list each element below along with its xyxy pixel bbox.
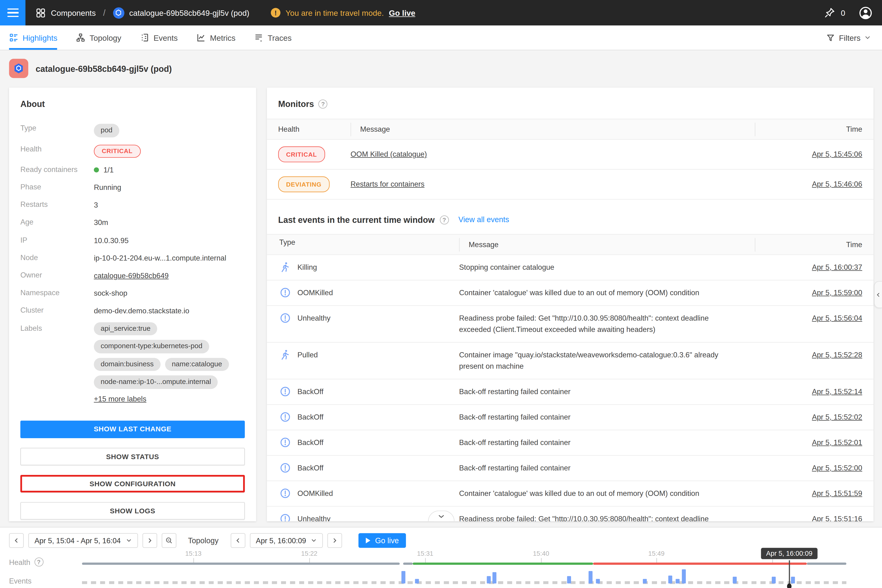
event-histogram-bar <box>676 579 680 584</box>
event-time-link[interactable]: Apr 5, 15:52:28 <box>812 350 862 361</box>
event-histogram-bar <box>643 579 647 584</box>
col-header-message: Message <box>351 123 755 136</box>
col-header-time: Time <box>755 238 862 251</box>
main-card: Monitors Health Message Time CRITICAL OO… <box>267 88 873 521</box>
breadcrumb-section[interactable]: Components <box>51 8 96 17</box>
tab-label: Traces <box>268 33 291 42</box>
owner-link[interactable]: catalogue-69b58cb649 <box>94 272 168 280</box>
tab-label: Events <box>154 33 178 42</box>
event-row: Unhealthy Readiness probe failed: Get "h… <box>267 507 873 521</box>
tab-traces[interactable]: Traces <box>254 26 292 50</box>
help-icon[interactable] <box>440 215 449 224</box>
health-segment-healthy <box>413 562 593 565</box>
event-time-link[interactable]: Apr 5, 15:52:00 <box>812 462 862 474</box>
alert-icon <box>279 488 291 499</box>
show-last-change-button[interactable]: SHOW LAST CHANGE <box>20 420 245 438</box>
alert-icon <box>279 386 291 398</box>
go-live-link[interactable]: Go live <box>389 8 416 17</box>
breadcrumb-separator: / <box>103 8 105 18</box>
event-histogram-bar <box>487 576 491 584</box>
event-row: Killing Stopping container catalogue Apr… <box>267 255 873 280</box>
event-row: Pulled Container image "quay.io/stacksta… <box>267 342 873 379</box>
field-labels: Labels api_service:true component-type:k… <box>20 322 245 404</box>
time-marker-tooltip: Apr 5, 16:00:09 <box>761 548 818 559</box>
col-header-message: Message <box>459 238 755 251</box>
events-list-icon <box>140 33 150 42</box>
time-marker-line[interactable] <box>789 560 790 586</box>
pod-entity-icon <box>113 7 124 18</box>
filters-button[interactable]: Filters <box>826 26 871 50</box>
col-header-time: Time <box>755 123 862 136</box>
screen: Components / catalogue-69b58cb649-gjl5v … <box>0 0 882 588</box>
components-grid-icon <box>36 8 46 18</box>
more-labels-link[interactable]: +15 more labels <box>94 394 146 404</box>
top-bar: Components / catalogue-69b58cb649-gjl5v … <box>0 0 882 26</box>
event-time-link[interactable]: Apr 5, 15:51:16 <box>812 513 862 521</box>
label-pill: name:catalogue <box>165 358 229 371</box>
collapse-panel-handle[interactable] <box>874 281 882 308</box>
event-time-link[interactable]: Apr 5, 15:59:00 <box>812 287 862 298</box>
user-avatar[interactable] <box>858 5 873 20</box>
chevron-down-icon <box>865 34 871 40</box>
label-pill: domain:business <box>94 358 160 371</box>
timeline-plot[interactable]: Apr 5, 16:00:09 15:1315:2215:3115:4015:4… <box>0 528 882 588</box>
monitor-link[interactable]: OOM Killed (catalogue) <box>351 150 427 158</box>
timeline-tick-label: 15:13 <box>185 550 201 557</box>
tab-label: Highlights <box>22 33 57 42</box>
tab-highlights[interactable]: Highlights <box>9 26 57 50</box>
alert-icon <box>279 513 291 521</box>
event-time-link[interactable]: Apr 5, 16:00:37 <box>812 262 862 273</box>
event-time-link[interactable]: Apr 5, 15:51:59 <box>812 488 862 499</box>
about-card: About Type pod Health CRITICAL Ready con… <box>9 88 256 521</box>
monitors-heading-row: Monitors <box>278 99 862 109</box>
field-health: Health CRITICAL <box>20 143 245 158</box>
tab-metrics[interactable]: Metrics <box>196 26 236 50</box>
breadcrumb: Components / catalogue-69b58cb649-gjl5v … <box>36 7 249 18</box>
event-histogram-bar <box>791 577 795 584</box>
monitor-time-link[interactable]: Apr 5, 15:45:06 <box>812 148 862 160</box>
view-all-events-link[interactable]: View all events <box>458 215 509 224</box>
pod-type-icon <box>9 59 28 78</box>
show-configuration-button[interactable]: SHOW CONFIGURATION <box>20 475 245 492</box>
event-histogram-bar <box>668 576 672 584</box>
label-pill: component-type:kubernetes-pod <box>94 340 209 353</box>
help-icon[interactable] <box>318 99 327 108</box>
breadcrumb-entity[interactable]: catalogue-69b58cb649-gjl5v (pod) <box>129 8 249 17</box>
alert-icon <box>279 462 291 474</box>
alert-icon <box>279 436 291 448</box>
time-travel-text: You are in time travel mode. <box>285 8 384 17</box>
monitor-row: DEVIATING Restarts for containers Apr 5,… <box>267 170 873 200</box>
monitor-link[interactable]: Restarts for containers <box>351 180 424 188</box>
event-row: BackOff Back-off restarting failed conta… <box>267 405 873 430</box>
timeline-tick-label: 15:22 <box>301 550 317 557</box>
hamburger-menu-button[interactable] <box>0 0 26 26</box>
field-restarts: Restarts 3 <box>20 199 245 211</box>
event-time-link[interactable]: Apr 5, 15:52:02 <box>812 411 862 423</box>
event-row: BackOff Back-off restarting failed conta… <box>267 379 873 405</box>
event-histogram-bar <box>588 571 592 584</box>
timeline-tick-label: 15:40 <box>533 550 549 557</box>
event-time-link[interactable]: Apr 5, 15:56:04 <box>812 313 862 324</box>
event-histogram-bar <box>492 572 496 584</box>
event-histogram-bar <box>401 571 405 584</box>
timeline-tick-label: 15:49 <box>648 550 664 557</box>
pin-icon[interactable] <box>824 7 836 19</box>
monitor-time-link[interactable]: Apr 5, 15:46:06 <box>812 178 862 190</box>
view-tab-bar: Highlights Topology Events Metrics Trace… <box>0 26 882 50</box>
time-marker-dot[interactable] <box>787 584 792 588</box>
funnel-icon <box>826 33 835 42</box>
show-status-button[interactable]: SHOW STATUS <box>20 448 245 465</box>
tab-topology[interactable]: Topology <box>76 26 122 50</box>
event-time-link[interactable]: Apr 5, 15:52:01 <box>812 437 862 448</box>
event-histogram-bar <box>682 569 686 584</box>
health-segment-unknown <box>807 562 846 565</box>
field-ready-containers: Ready containers 1/1 <box>20 163 245 175</box>
monitors-heading: Monitors <box>278 99 314 109</box>
alert-icon <box>279 411 291 423</box>
health-segment-unknown <box>403 562 413 565</box>
event-row: OOMKilled Container 'catalogue' was kill… <box>267 481 873 507</box>
event-time-link[interactable]: Apr 5, 15:52:14 <box>812 386 862 398</box>
alert-icon <box>279 312 291 324</box>
show-logs-button[interactable]: SHOW LOGS <box>20 502 245 519</box>
tab-events[interactable]: Events <box>140 26 178 50</box>
